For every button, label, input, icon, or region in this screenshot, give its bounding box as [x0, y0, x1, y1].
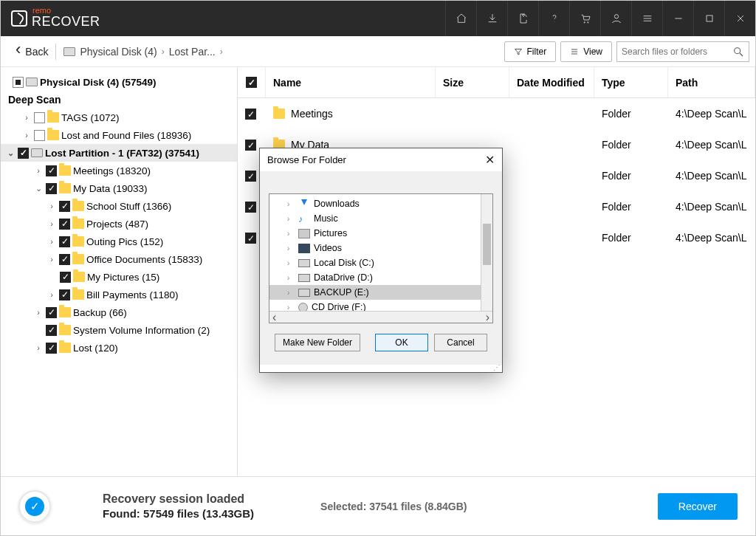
checkbox[interactable]: ✓ [46, 325, 57, 336]
statusbar: ✓ Recovery session loaded Found: 57549 f… [1, 476, 755, 535]
tree-item[interactable]: ›✓School Stuff (1366) [1, 197, 237, 215]
search-input[interactable] [622, 47, 732, 57]
checkbox[interactable]: ✓ [18, 148, 29, 159]
checkbox[interactable]: ✓ [59, 254, 70, 265]
ok-button[interactable]: OK [375, 334, 428, 351]
maximize-button[interactable] [693, 1, 724, 36]
logo-icon [11, 10, 27, 27]
folder-icon [72, 236, 84, 247]
app-window: remo RECOVER Back Physical Disk (4) › Lo… [0, 0, 756, 536]
tree-item[interactable]: ✓System Volume Information (2) [1, 321, 237, 339]
column-date[interactable]: Date Modified [509, 67, 594, 97]
checkbox[interactable] [34, 130, 45, 141]
tree-item[interactable]: ✓My Pictures (15) [1, 268, 237, 286]
folder-item-selected[interactable]: ›BACKUP (E:) [269, 285, 492, 300]
tree-item[interactable]: ›✓Outing Pics (152) [1, 233, 237, 250]
export-icon[interactable] [507, 1, 538, 36]
vertical-scrollbar[interactable] [481, 194, 492, 311]
checkbox[interactable] [34, 112, 45, 123]
resize-grip[interactable]: ⋰ [260, 365, 502, 372]
checkbox[interactable]: ✓ [59, 201, 70, 212]
folder-icon [59, 325, 71, 335]
folder-icon [59, 183, 71, 193]
drive-icon [26, 78, 38, 86]
folder-item[interactable]: ›DataDrive (D:) [269, 270, 492, 285]
help-icon[interactable] [538, 1, 569, 36]
folder-icon [73, 272, 85, 282]
tree-root[interactable]: Physical Disk (4) (57549) [1, 73, 237, 91]
column-type[interactable]: Type [594, 67, 668, 97]
folder-icon [72, 219, 84, 229]
svg-rect-1 [707, 16, 712, 21]
folder-item[interactable]: ›Pictures [269, 226, 492, 241]
tree-item[interactable]: ›Lost and Found Files (18936) [1, 126, 237, 144]
filter-button[interactable]: Filter [504, 41, 557, 62]
select-all-checkbox[interactable]: ✓ [246, 77, 257, 88]
breadcrumb-disk[interactable]: Physical Disk (4) [63, 46, 157, 58]
folder-item[interactable]: ›Videos [269, 241, 492, 255]
close-button[interactable] [724, 1, 755, 36]
deep-scan-label: Deep Scan [1, 91, 237, 109]
videos-icon [298, 244, 310, 253]
folder-icon [59, 307, 71, 317]
column-name[interactable]: Name [266, 67, 436, 97]
tree-item[interactable]: ›✓Meetings (18320) [1, 162, 237, 179]
checkbox[interactable]: ✓ [46, 307, 57, 318]
checkbox[interactable]: ✓ [59, 219, 70, 230]
checkbox[interactable]: ✓ [46, 165, 57, 176]
menu-icon[interactable] [631, 1, 662, 36]
horizontal-scrollbar[interactable] [269, 311, 492, 323]
checkbox[interactable]: ✓ [46, 343, 57, 354]
back-button[interactable]: Back [16, 46, 48, 58]
cancel-button[interactable]: Cancel [434, 334, 487, 351]
checkbox[interactable] [13, 77, 24, 88]
table-row[interactable]: ✓ Meetings Folder 4:\Deep Scan\L [238, 98, 755, 129]
tree-item[interactable]: ›✓Lost (120) [1, 339, 237, 357]
folder-icon [72, 254, 84, 264]
folder-item[interactable]: ›Local Disk (C:) [269, 255, 492, 270]
tree-item[interactable]: ›✓Backup (66) [1, 303, 237, 321]
tree-item[interactable]: ›TAGS (1072) [1, 109, 237, 126]
row-checkbox[interactable]: ✓ [245, 202, 256, 213]
svg-point-0 [614, 15, 618, 18]
checkbox[interactable]: ✓ [59, 236, 70, 247]
tree-item[interactable]: ›✓Office Documents (15833) [1, 250, 237, 268]
download-icon[interactable] [476, 1, 507, 36]
view-button[interactable]: View [560, 41, 612, 62]
folder-icon [273, 109, 285, 119]
tree-item[interactable]: ›✓Projects (487) [1, 215, 237, 233]
checkbox[interactable]: ✓ [59, 289, 70, 300]
column-path[interactable]: Path [668, 67, 755, 97]
folder-tree[interactable]: ›Downloads ›♪Music ›Pictures ›Videos ›Lo… [269, 193, 493, 323]
dialog-titlebar: Browse For Folder ✕ [260, 148, 502, 171]
browse-folder-dialog: Browse For Folder ✕ ›Downloads ›♪Music ›… [259, 148, 503, 373]
make-new-folder-button[interactable]: Make New Folder [275, 334, 360, 351]
titlebar: remo RECOVER [1, 1, 755, 36]
tree-item[interactable]: ›✓Bill Payments (1180) [1, 286, 237, 303]
column-size[interactable]: Size [436, 67, 509, 97]
breadcrumb-folder[interactable]: Lost Par... [169, 46, 216, 58]
search-box[interactable] [616, 41, 749, 62]
row-checkbox[interactable]: ✓ [245, 140, 256, 151]
tree-item[interactable]: ⌄✓My Data (19033) [1, 179, 237, 197]
sidebar: Physical Disk (4) (57549) Deep Scan ›TAG… [1, 67, 238, 476]
row-checkbox[interactable]: ✓ [245, 171, 256, 182]
cart-icon[interactable] [569, 1, 600, 36]
app-logo: remo RECOVER [11, 7, 100, 30]
tree-item-selected[interactable]: ⌄✓Lost Partition - 1 (FAT32) (37541) [1, 144, 237, 162]
row-checkbox[interactable]: ✓ [245, 109, 256, 120]
row-checkbox[interactable]: ✓ [245, 233, 256, 244]
checkbox[interactable]: ✓ [60, 272, 71, 283]
minimize-button[interactable] [662, 1, 693, 36]
downloads-icon [298, 199, 310, 209]
folder-icon [47, 112, 59, 123]
home-icon[interactable] [445, 1, 476, 36]
drive-icon [298, 274, 310, 282]
drive-icon [31, 148, 43, 157]
account-icon[interactable] [600, 1, 631, 36]
folder-item[interactable]: ›Downloads [269, 196, 492, 211]
recover-button[interactable]: Recover [658, 493, 738, 520]
folder-item[interactable]: ›♪Music [269, 211, 492, 226]
checkbox[interactable]: ✓ [46, 183, 57, 194]
dialog-close-button[interactable]: ✕ [485, 153, 495, 167]
